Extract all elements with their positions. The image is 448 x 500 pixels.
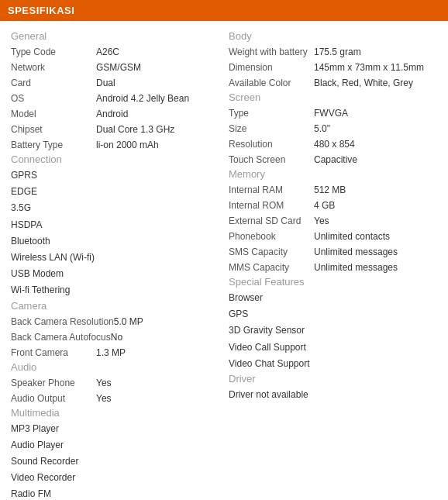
table-row: NetworkGSM/GSM: [11, 60, 219, 74]
row-value: Dual: [96, 76, 115, 90]
list-item: Video Recorder: [11, 471, 219, 485]
memory-title: Memory: [229, 168, 437, 180]
table-row: External SD CardYes: [229, 214, 437, 228]
section-special-features: Special Features BrowserGPS3D Gravity Se…: [229, 276, 437, 371]
general-title: General: [11, 30, 219, 42]
row-label: Back Camera Resolution: [11, 315, 114, 329]
multimedia-title: Multimedia: [11, 407, 219, 419]
row-value: Capacitive: [314, 153, 357, 167]
row-label: External SD Card: [229, 214, 314, 228]
row-label: OS: [11, 91, 96, 105]
table-row: OSAndroid 4.2 Jelly Bean: [11, 91, 219, 105]
table-row: Back Camera AutofocusNo: [11, 330, 219, 344]
row-value: Android 4.2 Jelly Bean: [96, 91, 189, 105]
row-value: GSM/GSM: [96, 60, 141, 74]
connection-title: Connection: [11, 153, 219, 165]
camera-rows: Back Camera Resolution5.0 MPBack Camera …: [11, 315, 219, 360]
row-label: Available Color: [229, 76, 314, 90]
body-title: Body: [229, 30, 437, 42]
row-label: Touch Screen: [229, 153, 314, 167]
list-item: HSDPA: [11, 218, 219, 233]
row-value: 175.5 gram: [314, 45, 361, 59]
right-column: Body Weight with battery175.5 gramDimens…: [224, 29, 442, 500]
body-rows: Weight with battery175.5 gramDimension14…: [229, 45, 437, 90]
left-column: General Type CodeA26CNetworkGSM/GSMCardD…: [6, 29, 224, 500]
section-camera: Camera Back Camera Resolution5.0 MPBack …: [11, 300, 219, 360]
row-value: 480 x 854: [314, 137, 355, 151]
multimedia-items: MP3 PlayerAudio PlayerSound RecorderVide…: [11, 422, 219, 501]
audio-title: Audio: [11, 361, 219, 373]
table-row: Touch ScreenCapacitive: [229, 153, 437, 167]
table-row: Internal ROM4 GB: [229, 198, 437, 212]
row-value: 4 GB: [314, 198, 335, 212]
screen-title: Screen: [229, 91, 437, 103]
list-item: EDGE: [11, 184, 219, 199]
list-item: GPS: [229, 307, 437, 322]
row-label: Network: [11, 60, 96, 74]
row-label: SMS Capacity: [229, 245, 314, 259]
section-audio: Audio Speaker PhoneYesAudio OutputYes: [11, 361, 219, 405]
list-item: 3D Gravity Sensor: [229, 323, 437, 338]
row-value: Unlimited messages: [314, 245, 398, 259]
row-value: Unlimited messages: [314, 260, 398, 274]
list-item: GPRS: [11, 168, 219, 183]
table-row: Back Camera Resolution5.0 MP: [11, 315, 219, 329]
row-value: 5.0 MP: [114, 315, 143, 329]
table-row: Audio OutputYes: [11, 391, 219, 405]
table-row: Speaker PhoneYes: [11, 376, 219, 390]
row-label: Size: [229, 122, 314, 136]
row-label: Resolution: [229, 137, 314, 151]
table-row: Type CodeA26C: [11, 45, 219, 59]
list-item: Wireless LAN (Wi-fi): [11, 250, 219, 265]
driver-title: Driver: [229, 373, 437, 384]
table-row: Battery Typeli-on 2000 mAh: [11, 138, 219, 152]
table-row: Available ColorBlack, Red, White, Grey: [229, 76, 437, 90]
row-value: A26C: [96, 45, 119, 59]
row-label: Weight with battery: [229, 45, 314, 59]
list-item: Radio FM: [11, 487, 219, 500]
row-value: FWVGA: [314, 106, 348, 120]
list-item: MP3 Player: [11, 422, 219, 436]
list-item: Video Chat Support: [229, 357, 437, 371]
section-memory: Memory Internal RAM512 MBInternal ROM4 G…: [229, 168, 437, 274]
row-value: Black, Red, White, Grey: [314, 76, 413, 90]
section-screen: Screen TypeFWVGASize5.0"Resolution480 x …: [229, 91, 437, 167]
list-item: 3.5G: [11, 201, 219, 216]
table-row: Weight with battery175.5 gram: [229, 45, 437, 59]
row-label: Card: [11, 76, 96, 90]
section-multimedia: Multimedia MP3 PlayerAudio PlayerSound R…: [11, 407, 219, 501]
section-general: General Type CodeA26CNetworkGSM/GSMCardD…: [11, 30, 219, 152]
row-value: 512 MB: [314, 183, 346, 197]
row-value: 1.3 MP: [96, 346, 126, 360]
section-body: Body Weight with battery175.5 gramDimens…: [229, 30, 437, 90]
table-row: Dimension145mm x 73mm x 11.5mm: [229, 60, 437, 74]
row-value: Android: [96, 107, 128, 121]
table-row: TypeFWVGA: [229, 106, 437, 120]
driver-text: Driver not available: [229, 388, 437, 402]
list-item: Wi-fi Tethering: [11, 283, 219, 298]
list-item: Audio Player: [11, 438, 219, 453]
special-items: BrowserGPS3D Gravity SensorVideo Call Su…: [229, 291, 437, 371]
row-label: Chipset: [11, 122, 96, 136]
row-label: Audio Output: [11, 391, 96, 405]
row-label: Internal RAM: [229, 183, 314, 197]
list-item: Browser: [229, 291, 437, 305]
row-value: Yes: [314, 214, 329, 228]
row-label: Back Camera Autofocus: [11, 330, 111, 344]
header: SPESIFIKASI: [0, 0, 448, 21]
list-item: Sound Recorder: [11, 454, 219, 469]
row-label: Battery Type: [11, 138, 96, 152]
table-row: Resolution480 x 854: [229, 137, 437, 151]
header-title: SPESIFIKASI: [8, 5, 74, 16]
row-value: Yes: [96, 391, 112, 405]
memory-rows: Internal RAM512 MBInternal ROM4 GBExtern…: [229, 183, 437, 274]
table-row: ModelAndroid: [11, 107, 219, 121]
table-row: PhonebookUnlimited contacts: [229, 229, 437, 243]
row-label: Phonebook: [229, 229, 314, 243]
table-row: Size5.0": [229, 122, 437, 136]
list-item: USB Modem: [11, 267, 219, 281]
audio-rows: Speaker PhoneYesAudio OutputYes: [11, 376, 219, 405]
row-label: Type: [229, 106, 314, 120]
general-rows: Type CodeA26CNetworkGSM/GSMCardDualOSAnd…: [11, 45, 219, 152]
special-features-title: Special Features: [229, 276, 437, 288]
